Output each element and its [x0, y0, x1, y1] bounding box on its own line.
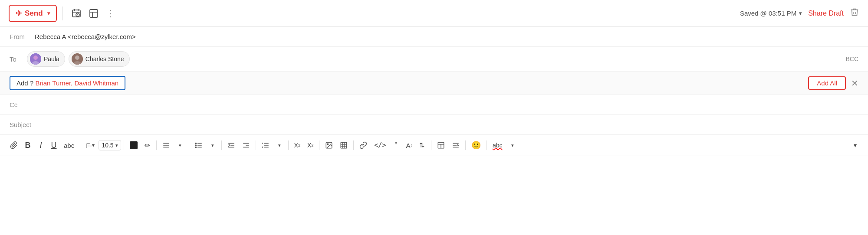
font-size-selector[interactable]: 10.5 ▾: [99, 140, 121, 150]
link-button[interactable]: [356, 139, 370, 151]
font-label: F-: [86, 142, 92, 149]
saved-status: Saved @ 03:51 PM ▾: [740, 10, 802, 17]
close-suggestion-button[interactable]: ✕: [851, 78, 858, 88]
suggestion-add-text: Add ? Brian Turner, David Whitman: [16, 79, 118, 87]
table-button[interactable]: [337, 139, 351, 151]
svg-point-12: [75, 55, 79, 60]
font-dropdown-icon: ▾: [92, 142, 95, 148]
recipients-list: Paula Charles Stone: [27, 51, 845, 67]
text-color-button[interactable]: [127, 139, 141, 151]
list-button[interactable]: [192, 139, 206, 151]
format-toolbar: B I U abc F- ▾ 10.5 ▾ ✏ ▾: [0, 135, 868, 156]
delete-button[interactable]: [850, 7, 859, 20]
color-swatch: [130, 141, 138, 149]
code-button[interactable]: </>: [371, 139, 389, 151]
subscript-button[interactable]: X2: [304, 140, 316, 151]
toolbar-right: Saved @ 03:51 PM ▾ Share Draft: [740, 7, 859, 20]
main-toolbar: ✈ Send ▾ ⋮ Saved @ 03:51 PM ▾ Share Draf…: [0, 0, 868, 27]
to-label: To: [10, 55, 27, 63]
format-divider-1: [80, 140, 80, 150]
format-divider-2: [124, 140, 124, 150]
svg-point-33: [328, 144, 329, 144]
send-label: Send: [25, 9, 43, 18]
spellcheck-dropdown[interactable]: ▾: [506, 140, 519, 150]
format-divider-5: [221, 140, 222, 150]
suggestion-names: Brian Turner, David Whitman: [35, 79, 118, 87]
subject-row[interactable]: Subject: [0, 115, 868, 135]
svg-point-9: [33, 55, 38, 60]
toolbar-divider-1: [62, 7, 62, 20]
schedule-send-button[interactable]: [68, 7, 85, 20]
format-divider-10: [431, 140, 431, 150]
format-text-button[interactable]: A↕: [403, 140, 415, 151]
avatar-paula: [30, 53, 41, 65]
subject-label: Subject: [10, 121, 31, 128]
outdent-button[interactable]: [239, 139, 253, 151]
underline-button[interactable]: U: [48, 139, 60, 152]
suggestion-box: Add ? Brian Turner, David Whitman: [10, 76, 125, 90]
align-dropdown-icon[interactable]: ▾: [174, 140, 186, 150]
svg-point-22: [195, 147, 196, 147]
send-button[interactable]: ✈ Send ▾: [9, 5, 57, 22]
line-spacing-dropdown-icon[interactable]: ▾: [273, 140, 286, 150]
recipient-name-charles: Charles Stone: [85, 55, 124, 62]
indent-button[interactable]: [224, 139, 238, 151]
from-row: From Rebecca A <rebecca@zylker.com>: [0, 27, 868, 47]
recipient-chip-paula[interactable]: Paula: [27, 51, 65, 67]
format-divider-12: [487, 140, 487, 150]
more-options-button[interactable]: ⋮: [102, 7, 118, 20]
superscript-button[interactable]: X2: [291, 140, 303, 151]
saved-status-text: Saved @ 03:51 PM: [740, 10, 796, 17]
indent-format-button[interactable]: [449, 139, 463, 151]
templates-button[interactable]: [85, 7, 102, 20]
table-format-button[interactable]: [434, 139, 448, 151]
bold-button[interactable]: B: [22, 139, 34, 152]
bcc-button[interactable]: BCC: [845, 55, 858, 62]
svg-rect-34: [341, 142, 347, 148]
format-divider-7: [288, 140, 289, 150]
recipient-name-paula: Paula: [44, 55, 59, 62]
highlight-button[interactable]: ✏: [141, 139, 154, 152]
share-draft-label: Share Draft: [808, 10, 844, 17]
send-dropdown-icon: ▾: [47, 10, 50, 16]
format-divider-11: [465, 140, 466, 150]
spellcheck-button[interactable]: abc: [490, 140, 506, 151]
svg-point-21: [195, 145, 196, 146]
emoji-button[interactable]: 🙂: [468, 138, 484, 152]
add-all-area: Add All ✕: [808, 76, 858, 90]
format-divider-9: [353, 140, 354, 150]
format-divider-4: [189, 140, 189, 150]
italic-button[interactable]: I: [35, 139, 47, 152]
avatar-charles: [72, 53, 83, 65]
suggestion-row: Add ? Brian Turner, David Whitman Add Al…: [0, 72, 868, 95]
cc-row[interactable]: Cc: [0, 95, 868, 115]
font-size-value: 10.5: [102, 142, 113, 149]
strikethrough-button[interactable]: abc: [61, 140, 77, 151]
cc-label: Cc: [10, 101, 17, 108]
share-draft-button[interactable]: Share Draft: [808, 10, 844, 17]
format-more-button[interactable]: ⇅: [416, 139, 428, 151]
svg-point-20: [195, 143, 196, 144]
send-icon: ✈: [16, 9, 22, 18]
font-size-dropdown-icon: ▾: [115, 143, 118, 148]
add-question-text: Add ?: [16, 79, 33, 87]
format-divider-6: [256, 140, 256, 150]
svg-rect-5: [90, 10, 98, 17]
recipient-chip-charles[interactable]: Charles Stone: [69, 51, 130, 67]
more-format-button[interactable]: ▾: [849, 140, 861, 151]
image-button[interactable]: [322, 139, 336, 151]
to-row: To Paula Charles Stone BCC: [0, 47, 868, 72]
line-spacing-button[interactable]: [259, 139, 273, 151]
format-divider-8: [319, 140, 319, 150]
saved-dropdown-icon[interactable]: ▾: [799, 10, 802, 16]
align-button[interactable]: [159, 139, 173, 151]
font-button[interactable]: F- ▾: [83, 140, 98, 151]
format-divider-3: [156, 140, 157, 150]
from-label: From: [10, 33, 35, 40]
blockquote-button[interactable]: ": [390, 139, 402, 152]
from-value: Rebecca A <rebecca@zylker.com>: [35, 33, 136, 40]
add-all-button[interactable]: Add All: [808, 76, 846, 90]
svg-line-46: [457, 145, 459, 146]
list-dropdown-icon[interactable]: ▾: [207, 140, 219, 150]
attachment-button[interactable]: [7, 139, 21, 151]
